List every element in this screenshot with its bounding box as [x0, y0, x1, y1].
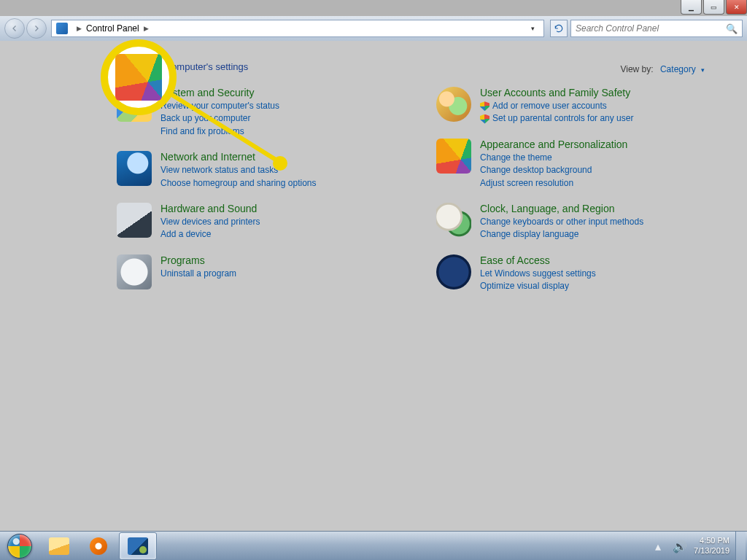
forward-button[interactable] — [26, 18, 47, 39]
category-network: Network and InternetView network status … — [117, 151, 407, 190]
taskbar: ▴ 🔊 4:50 PM 7/13/2019 — [0, 531, 747, 560]
system-tray: ▴ 🔊 4:50 PM 7/13/2019 — [653, 532, 747, 561]
address-dropdown-icon[interactable]: ▾ — [527, 25, 539, 32]
breadcrumb-root[interactable]: Control Panel — [86, 23, 139, 34]
taskbar-app-media-player[interactable] — [80, 532, 117, 560]
category-link-label: Choose homegroup and sharing options — [160, 177, 316, 190]
refresh-button[interactable] — [550, 20, 568, 37]
category-link[interactable]: Change the theme — [480, 152, 627, 164]
control-panel-taskbar-icon — [128, 537, 148, 555]
media-player-icon — [90, 537, 107, 555]
uac-shield-icon — [480, 114, 489, 124]
breadcrumb-sep-icon: ▶ — [144, 25, 149, 32]
category-title[interactable]: Ease of Access — [480, 254, 596, 266]
view-by-selector[interactable]: View by: Category ▾ — [620, 64, 705, 74]
start-button[interactable] — [0, 532, 39, 561]
category-link[interactable]: Uninstall a program — [160, 268, 236, 280]
category-ease: Ease of AccessLet Windows suggest settin… — [436, 254, 727, 293]
category-link-label: Uninstall a program — [160, 268, 236, 280]
hardware-icon — [117, 203, 152, 238]
appearance-icon — [115, 54, 162, 101]
minimize-button[interactable]: ▁ — [681, 0, 702, 15]
category-link-label: Change desktop background — [480, 164, 592, 176]
category-link[interactable]: Choose homegroup and sharing options — [160, 177, 316, 190]
taskbar-clock[interactable]: 4:50 PM 7/13/2019 — [688, 536, 735, 556]
chevron-down-icon: ▾ — [701, 66, 705, 74]
category-appearance: Appearance and PersonalizationChange the… — [436, 139, 727, 190]
category-link-label: Set up parental controls for any user — [492, 112, 633, 125]
appearance-icon — [436, 139, 471, 174]
windows-orb-icon — [7, 534, 32, 559]
tray-chevron-icon[interactable]: ▴ — [655, 540, 668, 553]
category-link-label: Add or remove user accounts — [492, 100, 607, 112]
taskbar-app-control-panel[interactable] — [119, 532, 157, 560]
category-link-label: Let Windows suggest settings — [480, 268, 596, 280]
category-link[interactable]: View devices and printers — [160, 216, 260, 228]
view-by-label: View by: — [620, 64, 653, 74]
uac-shield-icon — [480, 101, 489, 111]
back-button[interactable] — [4, 18, 25, 39]
clock-icon — [436, 203, 471, 238]
category-link-label: Change keyboards or other input methods — [480, 216, 643, 228]
category-title[interactable]: Network and Internet — [160, 151, 316, 163]
category-link[interactable]: Change display language — [480, 228, 643, 241]
category-link-label: View devices and printers — [160, 216, 260, 228]
category-link-label: Change display language — [480, 228, 578, 241]
category-link[interactable]: Add or remove user accounts — [480, 100, 633, 112]
volume-icon[interactable]: 🔊 — [673, 540, 686, 553]
category-link[interactable]: Change desktop background — [480, 164, 627, 176]
annotation-callout — [101, 39, 177, 115]
category-users: User Accounts and Family SafetyAdd or re… — [436, 87, 727, 125]
category-programs: ProgramsUninstall a program — [117, 254, 407, 289]
category-title[interactable]: Programs — [160, 254, 236, 266]
users-icon — [436, 87, 471, 122]
close-button[interactable]: ✕ — [726, 0, 747, 15]
category-title[interactable]: User Accounts and Family Safety — [480, 87, 633, 98]
category-link-label: View network status and tasks — [160, 164, 278, 176]
category-title[interactable]: Hardware and Sound — [160, 203, 260, 214]
address-toolbar: ▶ Control Panel ▶ ▾ 🔍 — [0, 16, 747, 41]
view-by-value[interactable]: Category — [660, 64, 696, 74]
maximize-button[interactable]: ▭ — [703, 0, 724, 15]
search-box[interactable]: 🔍 — [570, 20, 743, 37]
category-clock: Clock, Language, and RegionChange keyboa… — [436, 203, 727, 241]
category-link-label: Optimize visual display — [480, 280, 569, 292]
taskbar-app-explorer[interactable] — [40, 532, 78, 560]
category-link[interactable]: Set up parental controls for any user — [480, 112, 633, 125]
address-bar[interactable]: ▶ Control Panel ▶ ▾ — [51, 20, 544, 37]
annotation-endpoint — [273, 156, 287, 171]
programs-icon — [117, 254, 152, 289]
category-link[interactable]: Add a device — [160, 228, 260, 241]
category-link[interactable]: Adjust screen resolution — [480, 177, 627, 190]
search-input[interactable] — [576, 23, 726, 34]
category-link-label: Add a device — [160, 228, 211, 241]
category-link-label: Change the theme — [480, 152, 552, 164]
show-desktop-button[interactable] — [735, 532, 746, 561]
category-title[interactable]: Appearance and Personalization — [480, 139, 627, 150]
content-area: Adjust your computer's settings View by:… — [0, 41, 747, 531]
breadcrumb-sep-icon: ▶ — [77, 25, 82, 32]
category-link[interactable]: Optimize visual display — [480, 280, 596, 292]
control-panel-icon — [56, 23, 68, 34]
file-explorer-icon — [49, 537, 69, 555]
category-title[interactable]: Clock, Language, and Region — [480, 203, 643, 214]
search-icon[interactable]: 🔍 — [726, 23, 738, 34]
window-controls: ▁ ▭ ✕ — [679, 0, 747, 15]
clock-date: 7/13/2019 — [694, 546, 729, 556]
category-link[interactable]: View network status and tasks — [160, 164, 316, 176]
category-hardware: Hardware and SoundView devices and print… — [117, 203, 407, 241]
category-link[interactable]: Change keyboards or other input methods — [480, 216, 643, 228]
ease-icon — [436, 254, 471, 289]
network-icon — [117, 151, 152, 186]
clock-time: 4:50 PM — [694, 536, 729, 546]
category-link[interactable]: Let Windows suggest settings — [480, 268, 596, 280]
category-link-label: Adjust screen resolution — [480, 177, 573, 190]
